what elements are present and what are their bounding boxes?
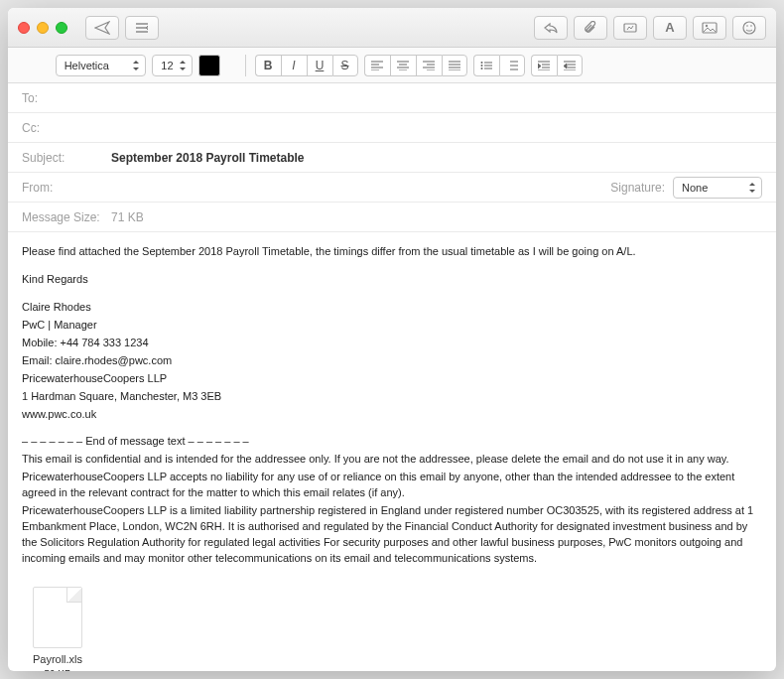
zoom-button[interactable]: [56, 22, 67, 34]
format-toolbar: Helvetica 12 B I U S: [8, 48, 776, 83]
text-style-group: B I U S: [255, 55, 358, 76]
number-list-button[interactable]: [499, 55, 525, 76]
svg-point-6: [481, 62, 483, 64]
svg-point-8: [481, 68, 483, 69]
header-fields-button[interactable]: [125, 16, 159, 40]
font-name: Helvetica: [65, 60, 109, 71]
list-group: [473, 55, 525, 76]
reply-button[interactable]: [534, 16, 568, 40]
svg-point-7: [481, 65, 483, 67]
align-justify-button[interactable]: [442, 55, 467, 76]
message-headers: To: Cc: Subject: September 2018 Payroll …: [8, 83, 776, 232]
bullet-list-button[interactable]: [473, 55, 499, 76]
body-line: Please find attached the September 2018 …: [22, 244, 762, 260]
close-button[interactable]: [18, 22, 30, 34]
markup-button[interactable]: [613, 16, 647, 40]
svg-point-3: [743, 22, 755, 34]
bold-button[interactable]: B: [255, 55, 281, 76]
attachment-size: 59 KB: [22, 668, 93, 671]
signature-line: 1 Hardman Square, Manchester, M3 3EB: [22, 389, 762, 405]
indent-right-button[interactable]: [531, 55, 557, 76]
signature-line: Email: claire.rhodes@pwc.com: [22, 353, 762, 369]
svg-point-5: [750, 25, 752, 27]
attachment-name: Payroll.xls: [22, 652, 93, 668]
italic-button[interactable]: I: [281, 55, 307, 76]
message-size-value: 71 KB: [111, 210, 144, 224]
subject-value[interactable]: September 2018 Payroll Timetable: [111, 151, 762, 165]
signature-line: Mobile: +44 784 333 1234: [22, 336, 762, 351]
align-left-button[interactable]: [364, 55, 390, 76]
photo-browser-button[interactable]: [693, 16, 726, 40]
signature-label: Signature:: [610, 181, 665, 195]
font-size-select[interactable]: 12: [152, 55, 192, 76]
message-body[interactable]: Please find attached the September 2018 …: [8, 232, 776, 671]
message-size-label: Message Size:: [22, 210, 111, 224]
indent-left-button[interactable]: [557, 55, 583, 76]
from-row: From: Signature: None: [8, 173, 776, 203]
subject-row: Subject: September 2018 Payroll Timetabl…: [8, 143, 776, 173]
to-row: To:: [8, 83, 776, 113]
to-input[interactable]: [111, 91, 762, 105]
signature-area: Signature: None: [610, 177, 762, 199]
cc-row: Cc:: [8, 113, 776, 143]
signature-line: PricewaterhouseCoopers LLP: [22, 371, 762, 387]
signature-line: www.pwc.co.uk: [22, 407, 762, 423]
font-size: 12: [161, 60, 173, 71]
legal-text: This email is confidential and is intend…: [22, 452, 762, 468]
titlebar: A: [8, 8, 776, 48]
compose-window: A Helvetica 12 B I U S: [8, 8, 776, 671]
attachment[interactable]: Payroll.xls 59 KB: [22, 587, 93, 671]
file-icon: [33, 587, 82, 648]
from-label: From:: [22, 181, 111, 195]
legal-text: PricewaterhouseCoopers LLP is a limited …: [22, 503, 762, 567]
align-center-button[interactable]: [390, 55, 416, 76]
font-select[interactable]: Helvetica: [56, 55, 147, 76]
svg-point-2: [706, 24, 708, 26]
body-line: Kind Regards: [22, 272, 762, 288]
indent-group: [531, 55, 583, 76]
emoji-button[interactable]: [732, 16, 766, 40]
subject-label: Subject:: [22, 151, 111, 165]
cc-input[interactable]: [111, 121, 762, 135]
minimize-button[interactable]: [37, 22, 49, 34]
strikethrough-button[interactable]: S: [332, 55, 358, 76]
to-label: To:: [22, 91, 111, 105]
align-right-button[interactable]: [416, 55, 442, 76]
window-controls: [18, 22, 67, 34]
signature-value: None: [682, 182, 708, 194]
underline-button[interactable]: U: [307, 55, 332, 76]
text-color-picker[interactable]: [198, 55, 220, 76]
message-divider: – – – – – – – End of message text – – – …: [22, 434, 762, 450]
legal-text: PricewaterhouseCoopers LLP accepts no li…: [22, 470, 762, 501]
format-button[interactable]: A: [653, 16, 687, 40]
align-group: [364, 55, 467, 76]
signature-line: Claire Rhodes: [22, 300, 762, 316]
attach-button[interactable]: [574, 16, 607, 40]
signature-line: PwC | Manager: [22, 318, 762, 334]
svg-point-4: [746, 25, 748, 27]
divider: [245, 55, 246, 76]
send-button[interactable]: [85, 16, 119, 40]
cc-label: Cc:: [22, 121, 111, 135]
signature-select[interactable]: None: [673, 177, 762, 199]
message-size-row: Message Size: 71 KB: [8, 203, 776, 232]
